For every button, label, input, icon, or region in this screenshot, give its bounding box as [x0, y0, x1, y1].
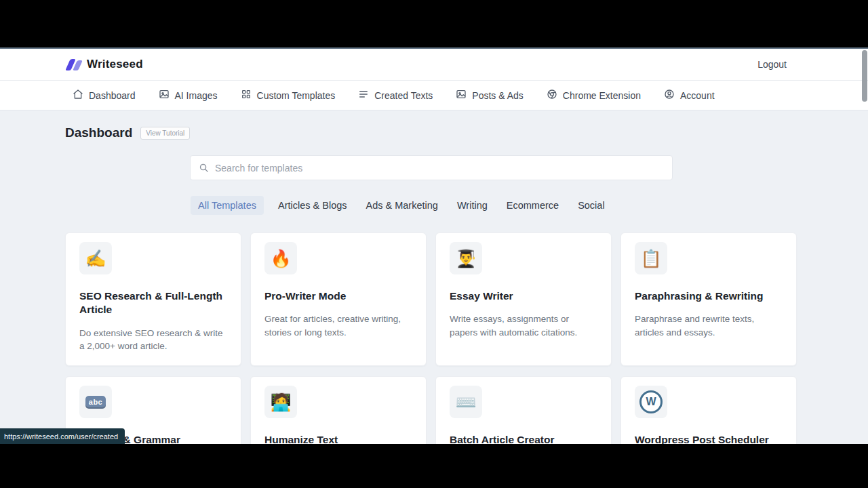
main-nav: Dashboard AI Images Custom Templates Cre… [0, 80, 868, 110]
nav-item-account[interactable]: Account [664, 89, 715, 102]
nav-item-dashboard[interactable]: Dashboard [73, 89, 136, 102]
template-card-pro-writer[interactable]: 🔥 Pro-Writer Mode Great for articles, cr… [250, 232, 427, 366]
template-card-humanize-text[interactable]: 🧑‍💻 Humanize Text [250, 376, 427, 444]
template-grid: ✍️ SEO Research & Full-Length Article Do… [65, 232, 797, 444]
dashboard-content: Dashboard View Tutorial All Templates Ar… [0, 110, 868, 444]
lines-icon [358, 89, 369, 102]
nav-item-created-texts[interactable]: Created Texts [358, 89, 433, 102]
card-description: Great for articles, creative writing, st… [264, 312, 412, 339]
image-icon [456, 89, 467, 102]
writeseed-logo[interactable]: Writeseed [68, 58, 143, 71]
tab-ecommerce[interactable]: Ecommerce [502, 196, 564, 215]
scrollbar-thumb[interactable] [862, 50, 867, 102]
technologist-icon: 🧑‍💻 [264, 386, 297, 418]
template-search[interactable] [190, 155, 673, 180]
page-title: Dashboard [65, 125, 132, 140]
graduate-icon: 👨‍🎓 [450, 242, 482, 274]
keyboard-icon: ⌨️ [450, 386, 482, 418]
nav-item-custom-templates[interactable]: Custom Templates [241, 89, 336, 102]
wordpress-icon: W [635, 386, 667, 418]
card-title: Batch Article Creator [450, 433, 597, 444]
card-description: Paraphrase and rewrite texts, articles a… [635, 312, 783, 339]
card-title: Humanize Text [264, 433, 412, 444]
nav-item-posts-ads[interactable]: Posts & Ads [456, 89, 523, 102]
template-card-seo-article[interactable]: ✍️ SEO Research & Full-Length Article Do… [65, 232, 241, 366]
card-title: Essay Writer [450, 289, 597, 303]
tab-articles-blogs[interactable]: Articles & Blogs [273, 196, 352, 215]
grid-icon [241, 89, 252, 102]
writeseed-logo-icon [65, 59, 83, 70]
app-header: Writeseed Logout [0, 49, 868, 80]
browser-viewport: Writeseed Logout Dashboard AI Images Cus… [0, 47, 868, 444]
logout-link[interactable]: Logout [757, 59, 787, 70]
search-input[interactable] [215, 163, 664, 174]
tab-writing[interactable]: Writing [452, 196, 492, 215]
card-title: Wordpress Post Scheduler [635, 433, 783, 444]
chrome-icon [547, 89, 557, 102]
image-icon [159, 89, 170, 102]
abc-icon: abc [79, 386, 112, 418]
card-description: Do extensive SEO research & write a 2,00… [79, 327, 227, 353]
writing-hand-icon: ✍️ [79, 242, 112, 274]
nav-item-ai-images[interactable]: AI Images [159, 89, 218, 102]
template-card-essay-writer[interactable]: 👨‍🎓 Essay Writer Write essays, assignmen… [435, 232, 612, 366]
fire-icon: 🔥 [264, 242, 297, 274]
page-scrollbar[interactable] [861, 49, 868, 444]
clipboard-icon: 📋 [635, 242, 667, 274]
template-card-paraphrasing[interactable]: 📋 Paraphrasing & Rewriting Paraphrase an… [620, 232, 797, 366]
card-title: Pro-Writer Mode [264, 289, 412, 303]
link-status-bar: https://writeseed.com/user/created [0, 428, 125, 444]
view-tutorial-button[interactable]: View Tutorial [140, 127, 190, 140]
tab-ads-marketing[interactable]: Ads & Marketing [361, 196, 443, 215]
template-card-batch-article[interactable]: ⌨️ Batch Article Creator [435, 376, 612, 444]
template-card-wordpress-scheduler[interactable]: W Wordpress Post Scheduler [620, 376, 797, 444]
search-icon [199, 163, 209, 173]
card-title: SEO Research & Full-Length Article [79, 289, 227, 317]
card-description: Write essays, assignments or papers with… [450, 312, 597, 339]
person-icon [664, 89, 675, 102]
nav-item-chrome-extension[interactable]: Chrome Extension [547, 89, 641, 102]
tab-social[interactable]: Social [573, 196, 610, 215]
home-icon [73, 89, 83, 102]
card-title: Paraphrasing & Rewriting [635, 289, 783, 303]
category-tabs: All Templates Articles & Blogs Ads & Mar… [191, 196, 610, 215]
logo-text: Writeseed [87, 58, 143, 71]
tab-all-templates[interactable]: All Templates [191, 196, 264, 215]
